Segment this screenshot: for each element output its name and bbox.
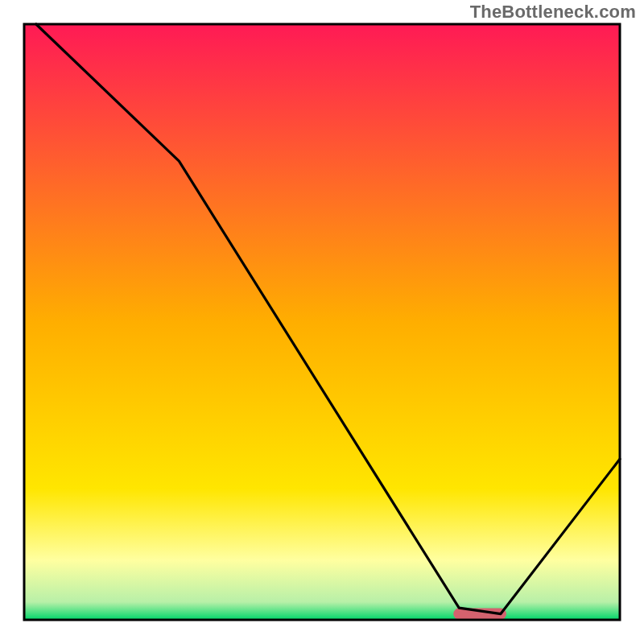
chart-container: TheBottleneck.com bbox=[0, 0, 644, 644]
chart-plot bbox=[0, 0, 644, 644]
gradient-background bbox=[24, 24, 620, 620]
